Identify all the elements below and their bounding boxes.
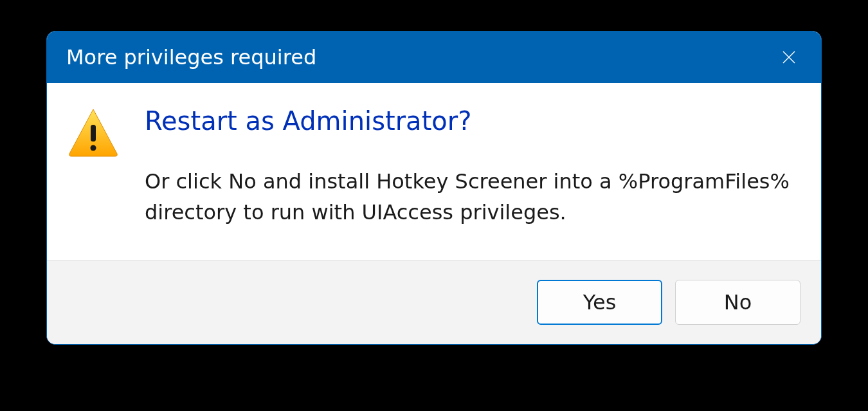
dialog-body-text: Or click No and install Hotkey Screener …: [145, 166, 795, 228]
text-content: Restart as Administrator? Or click No an…: [145, 105, 795, 228]
titlebar: More privileges required: [47, 32, 821, 83]
yes-button[interactable]: Yes: [537, 280, 662, 325]
dialog-window: More privileges required Restart as Admi…: [46, 31, 822, 345]
close-button[interactable]: [776, 44, 802, 70]
close-icon: [781, 50, 797, 65]
warning-icon: [68, 108, 119, 157]
dialog-heading: Restart as Administrator?: [145, 105, 795, 136]
dialog-footer: Yes No: [47, 260, 821, 344]
svg-point-3: [91, 145, 96, 151]
no-button[interactable]: No: [675, 280, 800, 325]
dialog-content: Restart as Administrator? Or click No an…: [47, 83, 821, 260]
svg-rect-2: [91, 125, 96, 142]
window-title: More privileges required: [66, 45, 316, 69]
